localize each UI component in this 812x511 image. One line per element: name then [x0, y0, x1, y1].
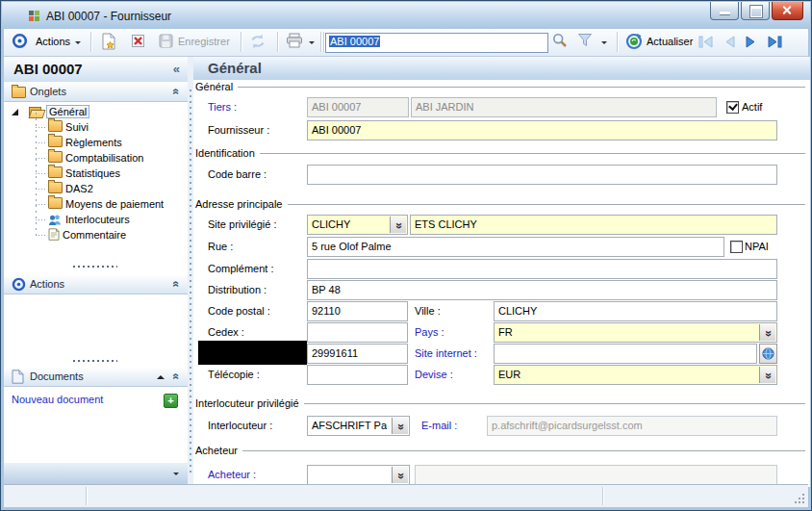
tree-node-interlocuteurs[interactable]: Interlocuteurs: [48, 212, 130, 227]
code-barre-field[interactable]: [307, 165, 777, 185]
tree-node-general-label[interactable]: Général: [46, 105, 89, 118]
telecopie-field[interactable]: [307, 365, 408, 385]
status-cell: [87, 487, 603, 505]
new-document-link[interactable]: Nouveau document: [12, 394, 103, 405]
pays-value: FR: [498, 326, 513, 338]
minimize-button[interactable]: [710, 2, 739, 20]
code-postal-field[interactable]: 92110: [307, 301, 408, 321]
save-button-label[interactable]: Enregistrer: [178, 36, 230, 47]
complement-field[interactable]: [307, 259, 777, 279]
first-record-button[interactable]: [698, 36, 715, 50]
documents-panel-header[interactable]: Documents «: [4, 367, 188, 387]
open-website-button[interactable]: [759, 344, 777, 364]
panel-splitter[interactable]: [73, 266, 117, 268]
tiers-name-field[interactable]: ABI JARDIN: [411, 97, 717, 117]
ville-label: Ville :: [415, 301, 441, 321]
print-button[interactable]: [286, 33, 303, 50]
actions-menu[interactable]: Actions: [36, 36, 70, 47]
collapse-sidebar-icon[interactable]: «: [173, 62, 180, 76]
previous-record-button[interactable]: [723, 36, 736, 50]
tree-node-label[interactable]: Commentaire: [63, 229, 126, 241]
combo-chevron-icon[interactable]: »: [759, 367, 775, 383]
folder-icon: [48, 182, 63, 193]
actions-dropdown-arrow-icon[interactable]: [75, 41, 81, 47]
save-button[interactable]: [158, 33, 174, 51]
onglets-panel-header[interactable]: Onglets «: [4, 82, 188, 102]
resize-grip-icon[interactable]: [794, 493, 806, 505]
title-bar[interactable]: ABI 00007 - Fournisseur: [2, 2, 810, 29]
onglets-panel-title: Onglets: [30, 86, 66, 97]
collapse-panel-icon[interactable]: «: [170, 89, 184, 95]
section-line: [242, 450, 805, 451]
actions-menu-icon[interactable]: [12, 33, 28, 51]
print-dropdown-arrow-icon[interactable]: [309, 41, 315, 47]
code-postal-label: Code postal :: [208, 301, 270, 321]
tree-node-label[interactable]: Interlocuteurs: [65, 214, 130, 225]
site-name-field[interactable]: ETS CLICHY: [410, 215, 777, 235]
maximize-button[interactable]: [741, 2, 770, 20]
sidebar-bottom-bar[interactable]: [4, 462, 188, 484]
tree-node-statistiques[interactable]: Statistiques: [48, 166, 120, 181]
cedex-field[interactable]: [307, 322, 408, 343]
new-record-button[interactable]: [100, 33, 117, 52]
combo-chevron-icon[interactable]: »: [392, 418, 408, 434]
tree-node-label[interactable]: Moyens de paiement: [65, 198, 164, 210]
ville-field[interactable]: CLICHY: [494, 301, 777, 321]
tree-guide: [36, 158, 46, 159]
tree-node-label[interactable]: Statistiques: [65, 167, 120, 179]
close-button[interactable]: [772, 2, 803, 20]
interlocuteur-combo[interactable]: AFSCHRIFT Pa»: [307, 416, 410, 436]
tiers-code-field[interactable]: ABI 00007: [307, 97, 409, 117]
acheteur-name-field[interactable]: [415, 465, 777, 485]
page-title: Général: [208, 60, 262, 76]
search-button[interactable]: [552, 33, 568, 50]
tree-node-label[interactable]: DAS2: [65, 183, 93, 194]
add-document-button[interactable]: +: [164, 394, 178, 408]
actions-panel-header[interactable]: Actions «: [4, 274, 188, 294]
filter-button[interactable]: [577, 33, 593, 49]
npai-checkbox[interactable]: [730, 241, 743, 253]
refresh-record-button[interactable]: [249, 33, 266, 52]
tree-node-label[interactable]: Règlements: [65, 137, 122, 148]
tree-node-commentaire[interactable]: Commentaire: [48, 227, 126, 243]
site-privilegie-combo[interactable]: CLICHY»: [307, 215, 408, 235]
combo-chevron-icon[interactable]: »: [392, 467, 408, 483]
panel-splitter[interactable]: [73, 360, 117, 362]
note-icon: [48, 228, 60, 241]
combo-chevron-icon[interactable]: »: [390, 217, 406, 233]
delete-record-button[interactable]: [130, 33, 146, 51]
tree-node-moyens-de-paiement[interactable]: Moyens de paiement: [48, 196, 164, 212]
collapse-panel-icon[interactable]: «: [170, 373, 184, 380]
tree-node-suivi[interactable]: Suivi: [48, 119, 89, 135]
actif-checkbox[interactable]: [726, 101, 739, 114]
tree-node-label[interactable]: Suivi: [65, 121, 89, 133]
refresh-list-button[interactable]: [625, 33, 643, 52]
more-panels-arrow-icon[interactable]: [173, 473, 179, 478]
combo-chevron-icon[interactable]: »: [759, 324, 775, 341]
email-field[interactable]: p.afschrift@picardsurgelsst.com: [487, 416, 777, 436]
fournisseur-field[interactable]: ABI 00007: [307, 120, 777, 141]
acheteur-combo[interactable]: »: [307, 465, 410, 485]
distribution-field[interactable]: BP 48: [307, 280, 777, 300]
refresh-list-label[interactable]: Actualiser: [647, 36, 693, 47]
tree-node-das2[interactable]: DAS2: [48, 181, 93, 196]
tree-node-comptabilisation[interactable]: Comptabilisation: [48, 150, 143, 166]
telephone-field[interactable]: 29991611: [307, 344, 408, 364]
site-internet-field[interactable]: [494, 344, 757, 364]
tree-node-label[interactable]: Comptabilisation: [65, 152, 143, 164]
tree-node-general[interactable]: Général: [29, 104, 89, 119]
collapse-panel-icon[interactable]: «: [170, 281, 184, 288]
filter-dropdown-arrow-icon[interactable]: [601, 41, 607, 47]
last-record-button[interactable]: [767, 36, 783, 50]
next-record-button[interactable]: [745, 36, 758, 50]
folder-icon: [48, 136, 63, 147]
rue-field[interactable]: 5 rue Olof Palme: [307, 237, 724, 257]
scroll-up-icon[interactable]: [157, 375, 165, 379]
tree-guide: [36, 204, 46, 205]
tree-expander-icon[interactable]: [12, 109, 18, 115]
section-label: Adresse principale: [195, 198, 283, 210]
devise-combo[interactable]: EUR»: [494, 365, 777, 385]
pays-combo[interactable]: FR»: [494, 322, 777, 343]
tree-node-reglements[interactable]: Règlements: [48, 135, 122, 150]
search-input[interactable]: ABI 00007: [325, 33, 548, 53]
